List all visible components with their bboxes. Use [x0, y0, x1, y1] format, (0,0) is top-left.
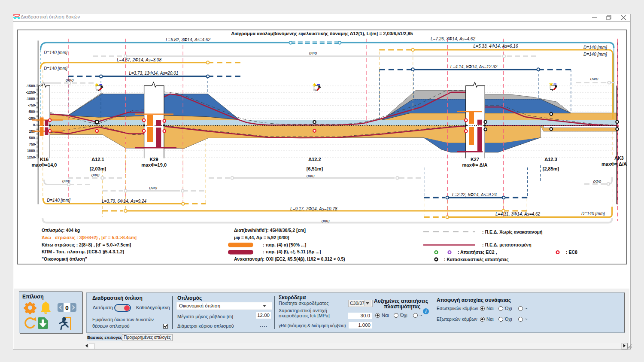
svg-text:-750-: -750-	[28, 103, 36, 107]
svg-text:[2,85m]: [2,85m]	[543, 166, 559, 171]
svg-text:: EC8: : EC8	[566, 249, 577, 255]
svg-text:D=140 [mm]: D=140 [mm]	[47, 198, 70, 203]
svg-text:0Φ0: 0Φ0	[322, 219, 330, 223]
svg-text:L=6.82, 3Φ14, As=4.62: L=6.82, 3Φ14, As=4.62	[166, 37, 210, 42]
svg-text:-1000-: -1000-	[26, 97, 36, 101]
svg-text:K27: K27	[471, 157, 479, 162]
svg-text:750-: 750-	[29, 143, 36, 146]
svg-text:0Φ0: 0Φ0	[309, 51, 317, 55]
svg-text:0: 0	[65, 304, 69, 311]
svg-text:ΛΚ3: ΛΚ3	[614, 155, 623, 161]
svg-text:0Φ0: 0Φ0	[307, 173, 315, 178]
svg-text:: Κατασκευαστικές απαιτήσεις: : Κατασκευαστικές απαιτήσεις	[444, 257, 509, 262]
svg-text:maxΦ= Δ/Α: maxΦ= Δ/Α	[462, 162, 487, 167]
svg-text:[6,51m]: [6,51m]	[307, 166, 323, 171]
svg-text:0-: 0-	[33, 123, 36, 127]
svg-text:L=2.22, 6Φ14, As=9.24: L=2.22, 6Φ14, As=9.24	[452, 192, 497, 197]
svg-text:: Π.Ε.Δ. μετατοπισμένη: : Π.Ε.Δ. μετατοπισμένη	[482, 242, 532, 247]
svg-text:Οπλισμός: 404 kg: Οπλισμός: 404 kg	[42, 228, 80, 233]
svg-text:Διάγραμμα αναλαμβανόμενης εφελ: Διάγραμμα αναλαμβανόμενης εφελκυστικής δ…	[231, 31, 413, 37]
svg-text:0Φ0: 0Φ0	[590, 76, 598, 81]
svg-text:L=5.33, 4Φ14, As=6.16: L=5.33, 4Φ14, As=6.16	[473, 44, 518, 49]
svg-text:1250-: 1250-	[27, 155, 36, 159]
svg-text:D=140 [mm]: D=140 [mm]	[44, 50, 67, 55]
svg-text:0Φ0: 0Φ0	[62, 179, 70, 183]
svg-text:: παρ. (4) β), εξ. 5.11 [Δρ ..: : παρ. (4) β), εξ. 5.11 [Δρ ...]	[263, 249, 321, 255]
svg-text:Κάτω στρώσεις : 2(8+8) , [d' =: Κάτω στρώσεις : 2(8+8) , [d' = 5.0->7.5c…	[42, 242, 131, 248]
svg-text:L=7.26, 3Φ14, As=4.62: L=7.26, 3Φ14, As=4.62	[431, 37, 475, 41]
svg-text:[2,03m]: [2,03m]	[90, 166, 106, 171]
svg-text:500-: 500-	[29, 136, 36, 140]
svg-text:1000-: 1000-	[27, 149, 36, 153]
svg-text:: Π.Ε.Δ. Χωρίς ανακατανομή: : Π.Ε.Δ. Χωρίς ανακατανομή	[482, 229, 542, 235]
svg-text:-500-: -500-	[28, 110, 36, 114]
svg-text:maxΦ=14,0: maxΦ=14,0	[32, 162, 57, 167]
svg-text:L=4.67, 2Φ14, As=3.08: L=4.67, 2Φ14, As=3.08	[117, 58, 161, 62]
svg-text:Δ12.3: Δ12.3	[544, 157, 557, 162]
svg-text:D=140 [mm]: D=140 [mm]	[581, 211, 605, 216]
svg-text:-1500-: -1500-	[26, 84, 36, 88]
svg-text:0Φ0: 0Φ0	[66, 78, 74, 82]
svg-text:0Φ0: 0Φ0	[149, 186, 157, 190]
svg-text:μφ = 6,44, Δρ = 5,92 [0/00]: μφ = 6,44, Δρ = 5,92 [0/00]	[234, 235, 289, 240]
svg-text:0Φ0: 0Φ0	[91, 173, 100, 177]
svg-text:D=140 [mm]: D=140 [mm]	[583, 52, 607, 57]
svg-text:D=140 [mm]: D=140 [mm]	[583, 45, 607, 50]
svg-text:D=140 [mm]: D=140 [mm]	[44, 66, 67, 71]
svg-text:Ανακατανομή: ΟΧΙ (EC2, §5.5(4β: Ανακατανομή: ΟΧΙ (EC2, §5.5(4β), l1/l2 =…	[234, 256, 345, 262]
svg-text:L=4.31, 3Φ14, As=4.62: L=4.31, 3Φ14, As=4.62	[495, 212, 540, 216]
svg-text:maxΦ= Δ/Α: maxΦ= Δ/Α	[601, 161, 627, 167]
svg-text:: Απαιτήσεις EC2 ,: : Απαιτήσεις EC2 ,	[458, 249, 497, 255]
svg-text:maxΦ=19,0: maxΦ=19,0	[141, 162, 167, 167]
svg-text:Άνω στρώσεις : 3(8+8+2) , [d: Άνω στρώσεις : 3(8+8+2) , [d' = 5.0->8.4…	[42, 235, 137, 240]
svg-text:Δ12.2: Δ12.2	[308, 157, 321, 162]
svg-text:"Οικονομική όπλιση": "Οικονομική όπλιση"	[42, 256, 87, 262]
svg-text:ΚΠΜ - Τοπ. πλαστιμ. [EC8-1 §5.: ΚΠΜ - Τοπ. πλαστιμ. [EC8-1 §5.4.3.1.2]	[42, 249, 124, 254]
svg-text:K29: K29	[150, 157, 158, 162]
svg-text:Δ12.1: Δ12.1	[91, 157, 104, 162]
svg-text:Διατ(bw/h/hf/d'): 45/40/30/5,2: Διατ(bw/h/hf/d'): 45/40/30/5,2 [cm]	[234, 228, 306, 233]
svg-text:L=3.73, 13Φ14, As=20.01: L=3.73, 13Φ14, As=20.01	[129, 71, 178, 76]
svg-text:L=9.17, 7Φ14, As=10.78: L=9.17, 7Φ14, As=10.78	[290, 207, 337, 211]
svg-text:0Φ0: 0Φ0	[593, 179, 601, 184]
svg-text:-1250-: -1250-	[26, 91, 36, 94]
svg-text:K16: K16	[40, 157, 49, 162]
svg-text:L=4.14, 8Φ14, As=12.32: L=4.14, 8Φ14, As=12.32	[450, 64, 498, 69]
svg-text:L=3.79, 6Φ14, As=9.24: L=3.79, 6Φ14, As=9.24	[102, 199, 146, 204]
svg-text:: παρ. (4) α) [50% ...]: : παρ. (4) α) [50% ...]	[263, 242, 306, 247]
